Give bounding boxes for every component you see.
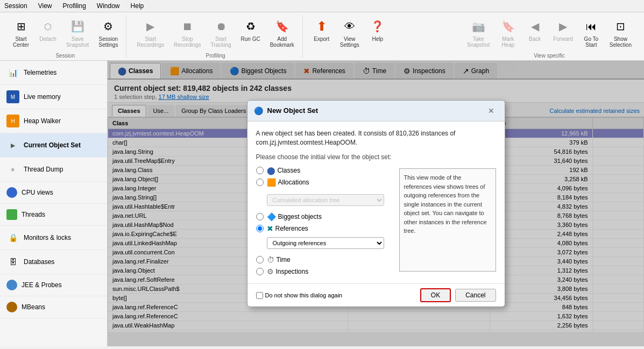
option-references-label[interactable]: ✖ References [267, 224, 308, 233]
do-not-show-checkbox[interactable] [256, 292, 263, 299]
inspections-option-icon: ⚙ [267, 267, 274, 276]
sidebar-item-databases[interactable]: 🗄 Databases [0, 250, 107, 274]
back-button[interactable]: ◀ Back [522, 15, 547, 51]
radio-time[interactable] [256, 256, 264, 263]
menu-help[interactable]: Help [129, 1, 146, 11]
menu-bar: Session View Profiling Window Help [0, 0, 644, 12]
sidebar-item-current-object-set-label: Current Object Set [24, 141, 81, 149]
profiling-group-label: Profiling [206, 51, 225, 59]
classes-option-text: Classes [278, 167, 301, 174]
mark-heap-button[interactable]: 🔖 MarkHeap [496, 15, 520, 51]
sidebar-item-heap-walker[interactable]: H Heap Walker [0, 109, 107, 133]
add-bookmark-button[interactable]: 🔖 AddBookmark [266, 15, 298, 51]
sidebar-item-heap-walker-label: Heap Walker [24, 117, 61, 125]
forward-button[interactable]: ▶ Forward [549, 15, 577, 51]
ok-button[interactable]: OK [420, 288, 451, 302]
session-settings-button[interactable]: ⚙ SessionSettings [95, 15, 122, 51]
biggest-objects-option-text: Biggest objects [278, 213, 322, 220]
live-memory-icon: M [6, 90, 19, 103]
sidebar-item-current-object-set[interactable]: ▶ Current Object Set [0, 133, 107, 158]
sidebar-item-threads[interactable]: Threads [0, 204, 107, 226]
references-option-text: References [275, 225, 308, 232]
sidebar-item-mbeans[interactable]: MBeans [0, 296, 107, 318]
run-gc-label: Run GC [241, 36, 260, 42]
help-icon: ❓ [369, 18, 386, 35]
show-selection-button[interactable]: ⊡ ShowSelection [606, 15, 635, 51]
start-tracking-label: StartTracking [211, 36, 231, 48]
time-option-icon: ⏱ [267, 255, 274, 264]
option-inspections: ⚙ Inspections [256, 267, 384, 276]
dialog-description: A new object set has been created. It co… [256, 129, 496, 147]
sidebar-item-telemetries[interactable]: 📊 Telemetries [0, 61, 107, 85]
take-snapshot-label: TakeSnapshot [467, 36, 490, 48]
save-snapshot-button[interactable]: 💾 SaveSnapshot [62, 15, 93, 51]
sidebar-item-jee-probes[interactable]: JEE & Probes [0, 274, 107, 296]
view-settings-button[interactable]: 👁 ViewSettings [336, 15, 363, 51]
cancel-button[interactable]: Cancel [455, 289, 496, 302]
help-button[interactable]: ❓ Help [365, 15, 390, 51]
allocations-dropdown[interactable]: Cumulated allocation tree [267, 194, 384, 206]
references-dropdown[interactable]: Outgoing references [267, 237, 384, 249]
sidebar: 📊 Telemetries M Live memory H Heap Walke… [0, 61, 108, 346]
go-to-start-icon: ⏮ [583, 18, 600, 35]
run-gc-icon: ♻ [242, 18, 259, 35]
do-not-show-row: Do not show this dialog again [256, 292, 416, 299]
radio-references[interactable] [256, 225, 264, 232]
sidebar-item-live-memory[interactable]: M Live memory [0, 85, 107, 109]
export-button[interactable]: ⬆ Export [309, 15, 334, 51]
radio-biggest-objects[interactable] [256, 213, 264, 220]
view-settings-icon: 👁 [341, 18, 358, 35]
sidebar-item-jee-probes-label: JEE & Probes [22, 281, 62, 289]
radio-allocations[interactable] [256, 179, 264, 186]
export-label: Export [314, 36, 329, 42]
option-classes-label[interactable]: ⬤ Classes [267, 166, 301, 175]
start-center-icon: ⊞ [12, 18, 30, 35]
references-option-icon: ✖ [267, 224, 273, 233]
radio-inspections[interactable] [256, 268, 264, 275]
detach-button[interactable]: ⬡ Detach [36, 15, 60, 51]
do-not-show-label[interactable]: Do not show this dialog again [265, 292, 343, 298]
start-center-button[interactable]: ⊞ StartCenter [9, 15, 33, 51]
toolbar-group-export: ⬆ Export 👁 ViewSettings ❓ Help [305, 15, 394, 58]
sidebar-item-threads-label: Threads [22, 211, 45, 218]
export-group-label [349, 51, 350, 59]
option-classes: ⬤ Classes [256, 166, 318, 175]
option-time-label[interactable]: ⏱ Time [267, 255, 291, 264]
menu-view[interactable]: View [36, 1, 54, 11]
option-biggest-objects-label[interactable]: 🔷 Biggest objects [267, 212, 322, 221]
sidebar-item-monitors-locks[interactable]: 🔒 Monitors & locks [0, 226, 107, 250]
dialog-title-icon: 🔵 [254, 106, 263, 115]
export-icon: ⬆ [313, 18, 330, 35]
radio-classes[interactable] [256, 167, 264, 174]
save-snapshot-icon: 💾 [69, 18, 86, 35]
current-object-set-icon: ▶ [6, 139, 19, 152]
go-to-start-button[interactable]: ⏮ Go ToStart [579, 15, 604, 51]
menu-profiling[interactable]: Profiling [61, 1, 88, 11]
menu-session[interactable]: Session [2, 1, 30, 11]
toolbar-group-profiling: ▶ StartRecordings ⏹ StopRecordings ⏺ Sta… [129, 15, 302, 58]
toolbar: ⊞ StartCenter ⬡ Detach 💾 SaveSnapshot ⚙ … [0, 12, 644, 61]
take-snapshot-icon: 📷 [470, 18, 487, 35]
menu-window[interactable]: Window [95, 1, 122, 11]
stop-recordings-button[interactable]: ⏹ StopRecordings [170, 15, 205, 51]
databases-icon: 🗄 [6, 255, 19, 268]
start-recordings-button[interactable]: ▶ StartRecordings [133, 15, 168, 51]
sidebar-item-telemetries-label: Telemetries [24, 69, 56, 76]
option-allocations-label[interactable]: 🟧 Allocations [267, 178, 309, 187]
references-description-text: This view mode of the references view sh… [404, 174, 487, 234]
dialog-title-bar: 🔵 New Object Set ✕ [247, 101, 505, 122]
sidebar-item-thread-dump[interactable]: ≡ Thread Dump [0, 158, 107, 182]
dialog-overlay: 🔵 New Object Set ✕ A new object set has … [108, 61, 644, 346]
sidebar-item-mbeans-label: MBeans [22, 303, 45, 311]
run-gc-button[interactable]: ♻ Run GC [237, 15, 264, 51]
dialog-close-button[interactable]: ✕ [484, 105, 498, 117]
take-snapshot-button[interactable]: 📷 TakeSnapshot [463, 15, 493, 51]
mbeans-icon [6, 302, 17, 312]
references-description-box: This view mode of the references view sh… [399, 168, 496, 272]
detach-label: Detach [39, 36, 56, 42]
show-selection-label: ShowSelection [610, 36, 632, 48]
option-inspections-label[interactable]: ⚙ Inspections [267, 267, 309, 276]
start-tracking-button[interactable]: ⏺ StartTracking [207, 15, 235, 51]
sidebar-item-cpu-views[interactable]: CPU views [0, 182, 107, 204]
content-area: ⬤ Classes 🟧 Allocations 🔵 Biggest Object… [108, 61, 644, 346]
